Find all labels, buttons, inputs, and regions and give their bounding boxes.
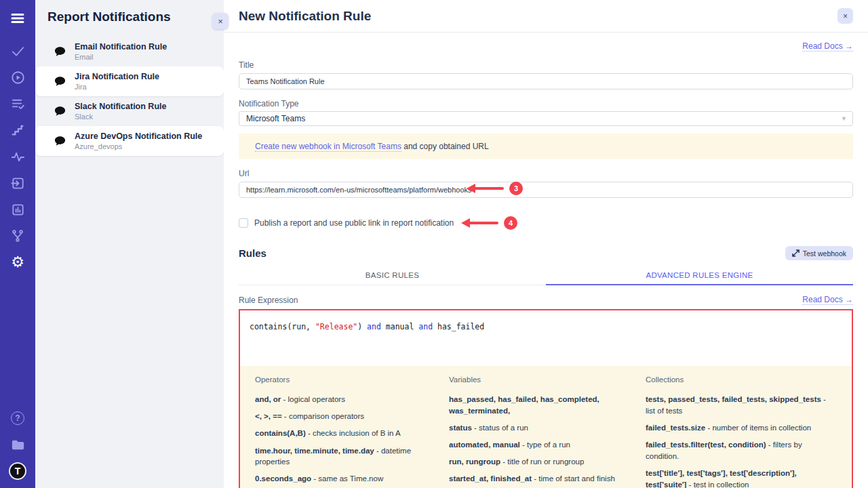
help-line: failed_tests.filter(test, condition) - f… [646,439,844,462]
url-input[interactable] [239,182,853,198]
list-item[interactable]: Email Notification RuleEmail [35,37,224,66]
list-item[interactable]: Slack Notification RuleSlack [35,96,224,126]
help-line: automated, manual - type of a run [449,439,646,451]
notification-type-select[interactable]: Microsoft Teams ▼ [239,111,853,126]
help-line: time.hour, time.minute, time.day - datet… [255,445,449,468]
publish-report-checkbox[interactable] [239,218,248,228]
help-column-header: Variables [449,375,646,384]
rule-expression-editor[interactable]: contains(run, "Release") and manual and … [240,310,852,366]
help-column-collections: Collectionstests, passed_tests, failed_t… [646,374,844,488]
help-column-header: Operators [255,375,449,384]
title-input[interactable] [239,73,853,89]
webhook-arrows-icon [792,249,800,257]
list-item[interactable]: Azure DevOps Notification RuleAzure_devo… [35,126,224,156]
annotation-arrow-3: 3 [467,182,523,195]
speech-bubble-icon [54,46,66,57]
webhook-notice-text: and copy obtained URL [401,142,489,151]
rule-title: Slack Notification Rule [75,101,166,112]
help-line: status - status of a run [449,422,646,434]
rule-subtitle: Jira [75,82,159,92]
title-label: Title [239,60,853,70]
help-line: and, or - logical operators [255,394,449,405]
dialog-close-button[interactable]: × [837,8,853,24]
annotation-arrow-4: 4 [461,216,517,230]
user-avatar[interactable]: T [9,462,26,480]
box-arrow-in-icon[interactable] [9,174,26,192]
help-line: has_passed, has_failed, has_completed, w… [449,394,646,416]
rule-subtitle: Email [75,52,167,62]
help-column-operators: Operatorsand, or - logical operators<, >… [255,374,449,488]
dialog-header: New Notification Rule × [224,0,868,33]
help-column-variables: Variableshas_passed, has_failed, has_com… [449,374,646,488]
rule-expression-code: contains(run, "Release") and manual and … [250,322,842,331]
bar-chart-icon[interactable] [9,201,26,218]
read-docs-link-rules[interactable]: Read Docs → [802,295,853,305]
main-area: New Notification Rule × Read Docs → Titl… [224,0,868,488]
help-line: <, >, == - comparison operators [255,411,449,422]
notification-rule-list: Email Notification RuleEmailJira Notific… [35,37,224,156]
menu-icon[interactable] [9,9,26,27]
panel-title: Report Notifications [47,9,224,24]
check-icon[interactable] [9,42,26,60]
app-window: ⚙?T × Report Notifications Email Notific… [0,0,868,488]
steps-icon[interactable] [9,121,26,139]
create-webhook-link[interactable]: Create new webhook in Microsoft Teams [255,142,401,152]
rule-subtitle: Azure_devops [75,142,202,151]
dialog-title: New Notification Rule [239,9,371,24]
rules-heading: Rules [239,247,267,259]
chevron-down-icon: ▼ [841,115,847,122]
tab-advanced-rules-engine[interactable]: ADVANCED RULES ENGINE [546,267,853,285]
notification-type-label: Notification Type [239,99,853,108]
branch-icon[interactable] [9,227,26,245]
rule-title: Jira Notification Rule [75,71,159,82]
speech-bubble-icon [54,136,66,146]
help-column-header: Collections [646,375,844,384]
folder-icon[interactable] [9,436,26,453]
speech-bubble-icon [54,106,66,117]
help-line: started_at, finished_at - time of start … [449,473,646,485]
play-circle-icon[interactable] [9,68,26,86]
expression-help-panel: Operatorsand, or - logical operators<, >… [240,366,852,488]
help-line: failed_tests.size - number of items in c… [646,422,844,434]
notification-type-value: Microsoft Teams [246,114,305,123]
test-webhook-button[interactable]: Test webhook [785,246,853,260]
dialog-content: Read Docs → Title Notification Type Micr… [224,33,868,488]
rule-title: Email Notification Rule [75,41,167,52]
tab-basic-rules[interactable]: BASIC RULES [239,267,546,285]
list-item[interactable]: Jira Notification RuleJira [35,66,224,96]
report-notifications-panel: × Report Notifications Email Notificatio… [35,0,224,488]
url-label: Url [239,169,853,178]
list-check-icon[interactable] [9,95,26,113]
speech-bubble-icon [54,76,66,87]
help-line: 0.seconds_ago - same as Time.now [255,473,449,485]
rule-subtitle: Slack [75,112,166,121]
icon-rail: ⚙?T [0,0,35,488]
rules-tabs: BASIC RULESADVANCED RULES ENGINE [239,267,853,285]
rule-expression-label: Rule Expression [239,296,298,305]
panel-close-button[interactable]: × [212,13,229,29]
annotation-box-5: contains(run, "Release") and manual and … [239,309,853,488]
read-docs-link-top[interactable]: Read Docs → [802,41,853,52]
gear-icon[interactable]: ⚙ [9,253,26,271]
help-line: contains(A,B) - checks inclusion of B in… [255,428,449,439]
webhook-notice: Create new webhook in Microsoft Teams an… [239,134,853,159]
help-line: tests, passed_tests, failed_tests, skipp… [646,394,844,416]
help-line: test['title'], test['tags'], test['descr… [646,468,844,488]
help-circle-icon[interactable]: ? [9,409,26,427]
publish-report-label: Publish a report and use public link in … [254,218,454,228]
rule-title: Azure DevOps Notification Rule [75,131,202,142]
help-line: run, rungroup - title of run or rungroup [449,456,646,468]
activity-icon[interactable] [9,148,26,165]
